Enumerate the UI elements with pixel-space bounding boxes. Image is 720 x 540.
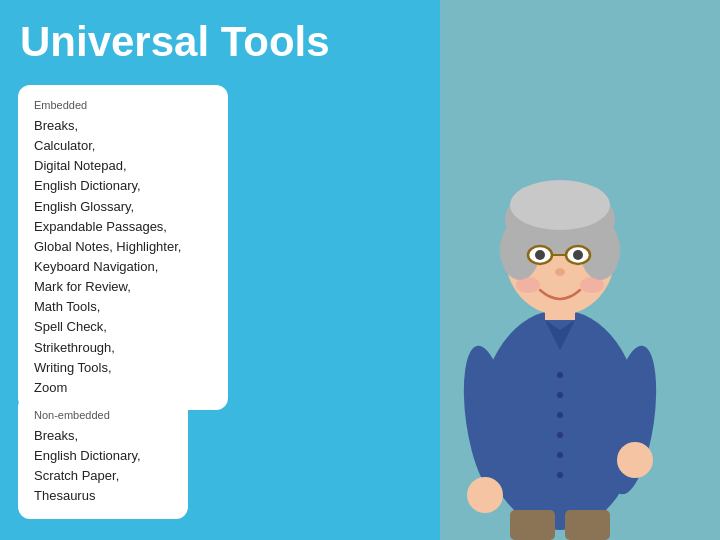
embedded-item: Strikethrough, xyxy=(34,338,212,358)
svg-point-10 xyxy=(535,250,545,260)
svg-point-27 xyxy=(557,472,563,478)
svg-point-24 xyxy=(557,412,563,418)
svg-point-23 xyxy=(557,392,563,398)
svg-point-22 xyxy=(557,372,563,378)
svg-point-12 xyxy=(555,268,565,276)
nonembedded-label: Non-embedded xyxy=(34,407,172,424)
embedded-item: Expandable Passages, xyxy=(34,217,212,237)
embedded-item: English Glossary, xyxy=(34,197,212,217)
svg-point-26 xyxy=(557,452,563,458)
nonembedded-content: Breaks,English Dictionary,Scratch Paper,… xyxy=(34,426,172,507)
embedded-item: Breaks, xyxy=(34,116,212,136)
nonembedded-item: English Dictionary, xyxy=(34,446,172,466)
svg-rect-20 xyxy=(510,510,555,540)
nonembedded-item: Breaks, xyxy=(34,426,172,446)
page-title: Universal Tools xyxy=(20,18,330,66)
svg-rect-21 xyxy=(565,510,610,540)
embedded-label: Embedded xyxy=(34,97,212,114)
embedded-item: Digital Notepad, xyxy=(34,156,212,176)
svg-point-13 xyxy=(516,277,540,293)
embedded-item: Keyboard Navigation, xyxy=(34,257,212,277)
embedded-item: Writing Tools, xyxy=(34,358,212,378)
nonembedded-item: Scratch Paper, xyxy=(34,466,172,486)
embedded-content: Breaks,Calculator,Digital Notepad,Englis… xyxy=(34,116,212,398)
svg-point-6 xyxy=(510,180,610,230)
svg-point-19 xyxy=(467,477,503,513)
card-nonembedded: Non-embedded Breaks,English Dictionary,S… xyxy=(18,395,188,519)
embedded-item: English Dictionary, xyxy=(34,176,212,196)
svg-point-25 xyxy=(557,432,563,438)
nonembedded-item: Thesaurus xyxy=(34,486,172,506)
main-container: Universal Tools Embedded Breaks,Calculat… xyxy=(0,0,720,540)
embedded-item: Spell Check, xyxy=(34,317,212,337)
character-illustration xyxy=(420,80,700,540)
embedded-item: Calculator, xyxy=(34,136,212,156)
svg-point-18 xyxy=(617,442,653,478)
card-embedded: Embedded Breaks,Calculator,Digital Notep… xyxy=(18,85,228,410)
embedded-item: Global Notes, Highlighter, xyxy=(34,237,212,257)
embedded-item: Math Tools, xyxy=(34,297,212,317)
svg-point-14 xyxy=(580,277,604,293)
svg-point-11 xyxy=(573,250,583,260)
embedded-item: Mark for Review, xyxy=(34,277,212,297)
